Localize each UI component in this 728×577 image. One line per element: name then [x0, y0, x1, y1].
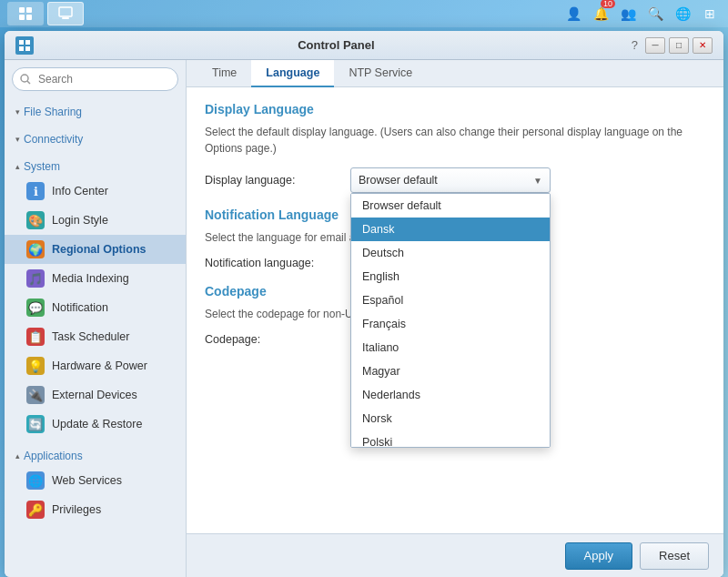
window-body: ▾ File Sharing ▾ Connectivity ▴ System ℹ…	[5, 60, 723, 577]
content-area: Display Language Select the default disp…	[187, 87, 723, 533]
main-panel: Time Language NTP Service Display Langua…	[187, 60, 723, 577]
sidebar-system-group: ▴ System ℹ Info Center 🎨 Login Style 🌍 R…	[5, 153, 186, 442]
sidebar-file-sharing-group: ▾ File Sharing	[5, 98, 186, 126]
svg-rect-9	[25, 46, 30, 51]
svg-rect-4	[59, 7, 72, 16]
display-language-dropdown-list[interactable]: Browser default Dansk Deutsch English Es…	[350, 193, 551, 448]
refresh-icon: 🔄	[26, 415, 45, 433]
chevron-up-icon: ▴	[15, 162, 20, 171]
window-logo	[15, 36, 34, 55]
sidebar-item-update-restore[interactable]: 🔄 Update & Restore	[5, 410, 186, 439]
taskbar-grid-app[interactable]	[7, 2, 44, 25]
sidebar-item-login-style[interactable]: 🎨 Login Style	[5, 206, 186, 235]
dropdown-option-espanol[interactable]: Español	[351, 288, 550, 312]
svg-rect-1	[26, 7, 32, 13]
dropdown-option-browser-default[interactable]: Browser default	[351, 194, 550, 218]
svg-rect-7	[25, 40, 30, 45]
chevron-down-icon: ▾	[15, 135, 20, 144]
sidebar-item-external-devices[interactable]: 🔌 External Devices	[5, 380, 186, 410]
grid-icon[interactable]: ⊞	[699, 3, 721, 25]
display-language-label: Display language:	[205, 174, 350, 187]
title-bar: Control Panel ? ─ □ ✕	[5, 31, 723, 60]
sidebar-item-hardware-power[interactable]: 💡 Hardware & Power	[5, 351, 186, 380]
display-language-row: Display language: Browser default ▼ Brow…	[205, 167, 705, 193]
reset-button[interactable]: Reset	[640, 542, 709, 570]
search-input[interactable]	[12, 67, 178, 91]
chat-icon: 💬	[26, 299, 45, 317]
sidebar-group-connectivity[interactable]: ▾ Connectivity	[5, 129, 186, 149]
notification-icon[interactable]: 🔔10	[590, 3, 612, 25]
dropdown-option-nederlands[interactable]: Nederlands	[351, 383, 550, 407]
sidebar-group-applications[interactable]: ▴ Applications	[5, 446, 186, 466]
display-language-description: Select the default display language. (Us…	[205, 124, 705, 157]
tab-time[interactable]: Time	[197, 60, 251, 87]
search-icon[interactable]: 🔍	[644, 3, 666, 25]
dropdown-option-francais[interactable]: Français	[351, 312, 550, 336]
globe-icon[interactable]: 🌐	[672, 3, 693, 25]
dropdown-option-polski[interactable]: Polski	[351, 430, 550, 448]
help-icon[interactable]: ?	[632, 38, 638, 52]
info-icon: ℹ	[26, 182, 45, 200]
media-icon: 🎵	[26, 269, 45, 288]
tab-bar: Time Language NTP Service	[187, 60, 723, 87]
usb-icon: 🔌	[26, 386, 45, 404]
display-language-control: Browser default ▼ Browser default Dansk …	[350, 167, 705, 193]
sidebar-item-privileges[interactable]: 🔑 Privileges	[5, 495, 186, 524]
user-icon[interactable]: 👤	[562, 3, 584, 25]
sidebar: ▾ File Sharing ▾ Connectivity ▴ System ℹ…	[5, 60, 187, 577]
window-title: Control Panel	[41, 38, 632, 52]
dropdown-option-norsk[interactable]: Norsk	[351, 407, 550, 430]
display-language-title: Display Language	[205, 102, 705, 116]
control-panel-window: Control Panel ? ─ □ ✕ ▾ File Sharing ▾	[5, 31, 723, 577]
close-button[interactable]: ✕	[693, 37, 713, 54]
minimize-button[interactable]: ─	[645, 37, 665, 54]
sidebar-group-system[interactable]: ▴ System	[5, 157, 186, 177]
window-controls: ─ □ ✕	[645, 37, 713, 54]
dropdown-option-deutsch[interactable]: Deutsch	[351, 241, 550, 265]
sidebar-search-container	[5, 60, 186, 98]
sidebar-item-task-scheduler[interactable]: 📋 Task Scheduler	[5, 322, 186, 351]
maximize-button[interactable]: □	[669, 37, 689, 54]
dropdown-option-italiano[interactable]: Italiano	[351, 336, 550, 359]
svg-rect-0	[19, 7, 25, 13]
svg-rect-5	[62, 17, 69, 19]
chevron-down-icon: ▾	[15, 107, 20, 116]
sidebar-item-regional-options[interactable]: 🌍 Regional Options	[5, 235, 186, 264]
taskbar-right: 👤 🔔10 👥 🔍 🌐 ⊞	[562, 3, 721, 25]
chevron-up-icon: ▴	[15, 451, 20, 461]
sidebar-group-file-sharing[interactable]: ▾ File Sharing	[5, 102, 186, 122]
dropdown-option-magyar[interactable]: Magyar	[351, 359, 550, 383]
sidebar-item-notification[interactable]: 💬 Notification	[5, 293, 186, 322]
dropdown-selected-value: Browser default	[359, 174, 438, 187]
taskbar: 👤 🔔10 👥 🔍 🌐 ⊞	[0, 0, 728, 27]
apply-button[interactable]: Apply	[565, 542, 633, 570]
calendar-icon: 📋	[26, 328, 45, 346]
tab-ntp-service[interactable]: NTP Service	[334, 60, 427, 87]
dropdown-option-english[interactable]: English	[351, 265, 550, 288]
svg-rect-2	[19, 15, 25, 20]
key-icon: 🔑	[26, 501, 45, 519]
dropdown-option-dansk[interactable]: Dansk	[351, 218, 550, 241]
codepage-label: Codepage:	[205, 333, 350, 346]
svg-rect-8	[19, 46, 24, 51]
notification-language-label: Notification language:	[205, 257, 350, 269]
dropdown-arrow-icon: ▼	[533, 176, 542, 186]
tab-language[interactable]: Language	[251, 60, 334, 87]
people-icon[interactable]: 👥	[617, 3, 639, 25]
display-language-dropdown[interactable]: Browser default ▼	[350, 167, 551, 193]
svg-rect-6	[19, 40, 24, 45]
power-icon: 💡	[26, 357, 45, 375]
taskbar-control-panel[interactable]	[47, 2, 84, 25]
sidebar-item-web-services[interactable]: 🌐 Web Services	[5, 466, 186, 495]
footer: Apply Reset	[187, 533, 723, 577]
web-icon: 🌐	[26, 471, 45, 490]
globe-icon: 🌍	[26, 240, 45, 258]
sidebar-applications-group: ▴ Applications 🌐 Web Services 🔑 Privileg…	[5, 442, 186, 528]
sidebar-connectivity-group: ▾ Connectivity	[5, 126, 186, 153]
display-language-dropdown-container: Browser default ▼ Browser default Dansk …	[350, 167, 705, 193]
svg-rect-3	[26, 15, 32, 20]
sidebar-item-media-indexing[interactable]: 🎵 Media Indexing	[5, 264, 186, 293]
sidebar-item-info-center[interactable]: ℹ Info Center	[5, 177, 186, 206]
paint-icon: 🎨	[26, 211, 45, 229]
